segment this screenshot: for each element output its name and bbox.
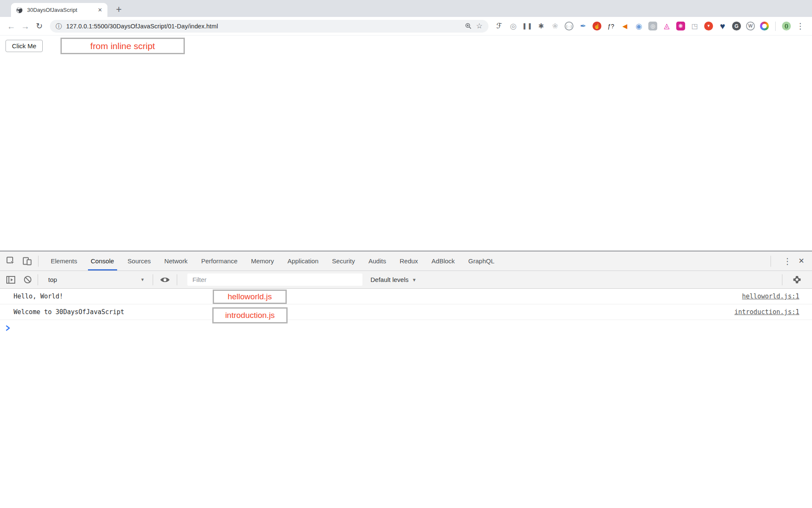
graphql-pink-icon[interactable]: ◬ xyxy=(662,22,671,30)
devtools-close-icon[interactable]: ✕ xyxy=(798,257,804,265)
browser-toolbar: ← → ↻ ⓘ 127.0.0.1:5500/30DaysOfJavaScrip… xyxy=(0,17,812,36)
settings-gear-icon[interactable] xyxy=(792,275,802,284)
rainbow-ring-icon[interactable] xyxy=(760,22,769,30)
console-message-row: Welcome to 30DaysOfJavaScriptintroductio… xyxy=(0,304,812,320)
url-text[interactable]: 127.0.0.1:5500/30DaysOfJavaScript/01-Day… xyxy=(66,23,461,30)
annotation-introduction: introduction.js xyxy=(212,307,288,323)
script-f-icon[interactable]: ℱ xyxy=(495,22,504,30)
annotation-inline-script: from inline script xyxy=(60,38,185,54)
megaphone-icon[interactable]: ◀ xyxy=(620,22,629,30)
context-label: top xyxy=(48,276,57,283)
reload-button[interactable]: ↻ xyxy=(32,22,46,30)
devtools-tab-performance[interactable]: Performance xyxy=(195,251,244,271)
devtools-tab-network[interactable]: Network xyxy=(158,251,195,271)
annotation-helloworld: helloworld.js xyxy=(213,290,287,304)
camera-icon[interactable]: ◎ xyxy=(648,22,657,30)
blocker-hand-icon[interactable]: ☝ xyxy=(593,22,601,30)
target-icon[interactable]: ◎ xyxy=(509,22,518,30)
letter-w-icon[interactable]: W xyxy=(746,22,755,30)
heart-search-icon[interactable]: ♥ xyxy=(718,22,727,30)
devtools-tab-adblock[interactable]: AdBlock xyxy=(425,251,461,271)
devtools-tabs: ElementsConsoleSourcesNetworkPerformance… xyxy=(44,251,501,271)
live-expression-eye-icon[interactable] xyxy=(159,276,170,283)
new-tab-button[interactable]: + xyxy=(112,3,125,16)
devtools-tab-audits[interactable]: Audits xyxy=(362,251,393,271)
context-selector[interactable]: top ▼ xyxy=(45,276,147,283)
console-message-text: Hello, World! xyxy=(14,293,63,300)
code-braces-icon[interactable]: {…} xyxy=(565,22,573,30)
bug-icon[interactable]: ✱ xyxy=(537,22,546,30)
clear-console-icon[interactable] xyxy=(23,275,32,284)
log-levels-label: Default levels xyxy=(370,276,409,283)
devtools-tab-console[interactable]: Console xyxy=(84,251,121,271)
chrome-menu-icon[interactable]: ⋮ xyxy=(796,21,804,31)
toolbar-separator xyxy=(775,22,776,31)
devtools-tab-application[interactable]: Application xyxy=(281,251,325,271)
letter-g-icon[interactable]: G xyxy=(732,22,741,30)
click-me-button[interactable]: Click Me xyxy=(5,40,43,52)
tabbar-separator xyxy=(38,256,38,267)
swirl-icon[interactable]: ◉ xyxy=(634,22,643,30)
columns-icon[interactable]: ▌▐ xyxy=(523,22,532,30)
chevron-down-icon: ▼ xyxy=(412,277,417,282)
function-question-icon[interactable]: ƒ? xyxy=(606,22,615,30)
console-source-link[interactable]: helloworld.js:1 xyxy=(742,293,799,300)
console-sidebar-toggle-icon[interactable] xyxy=(6,276,16,284)
devtools-menu-icon[interactable]: ⋮ xyxy=(783,256,792,266)
back-button[interactable]: ← xyxy=(4,22,18,30)
devtools-tabbar-right: ⋮ ✕ xyxy=(765,256,812,267)
flower-icon[interactable]: ❀ xyxy=(551,22,560,30)
json-braces-icon[interactable]: {} xyxy=(782,22,791,30)
devtools-tab-security[interactable]: Security xyxy=(325,251,362,271)
devtools-panel: ElementsConsoleSourcesNetworkPerformance… xyxy=(0,251,812,508)
pipes-icon[interactable]: ◳ xyxy=(690,22,699,30)
tab-strip: 30DaysOfJavaScript ✕ + xyxy=(0,0,812,17)
inspect-element-icon[interactable] xyxy=(6,256,16,266)
bookmark-star-icon[interactable]: ☆ xyxy=(476,22,483,30)
filter-input[interactable] xyxy=(187,273,362,286)
tab-title: 30DaysOfJavaScript xyxy=(27,7,93,13)
bookmark-red-icon[interactable]: ▼ xyxy=(704,22,713,30)
extensions-bar: ℱ◎▌▐✱❀{…}✒☝ƒ?◀◉◎◬❋◳▼♥GW xyxy=(495,22,769,30)
console-source-link[interactable]: introduction.js:1 xyxy=(734,308,799,316)
site-info-icon[interactable]: ⓘ xyxy=(56,23,62,29)
zoom-magnifier-icon[interactable] xyxy=(465,22,472,30)
console-prompt-row[interactable] xyxy=(0,320,812,336)
log-levels-dropdown[interactable]: Default levels ▼ xyxy=(370,276,417,283)
browser-window: 30DaysOfJavaScript ✕ + ← → ↻ ⓘ 127.0.0.1… xyxy=(0,0,812,508)
tab-close-icon[interactable]: ✕ xyxy=(98,7,102,13)
forward-button[interactable]: → xyxy=(18,22,32,30)
console-message-row: Hello, World!helloworld.js:1 xyxy=(0,289,812,304)
devtools-tab-graphql[interactable]: GraphQL xyxy=(461,251,501,271)
gear-square-icon[interactable]: ❋ xyxy=(676,22,685,30)
devtools-tab-memory[interactable]: Memory xyxy=(244,251,281,271)
console-output: Hello, World!helloworld.js:1Welcome to 3… xyxy=(0,289,812,508)
console-message-text: Welcome to 30DaysOfJavaScript xyxy=(14,308,124,316)
eyedropper-icon[interactable]: ✒ xyxy=(579,22,587,30)
devtools-tab-redux[interactable]: Redux xyxy=(393,251,425,271)
console-prompt-chevron-icon xyxy=(5,325,11,331)
devtools-tab-sources[interactable]: Sources xyxy=(121,251,158,271)
console-toolbar: top ▼ Default levels ▼ xyxy=(0,271,812,289)
browser-tab[interactable]: 30DaysOfJavaScript ✕ xyxy=(11,3,107,17)
globe-favicon-icon xyxy=(16,7,23,14)
devtools-tab-elements[interactable]: Elements xyxy=(44,251,84,271)
address-bar[interactable]: ⓘ 127.0.0.1:5500/30DaysOfJavaScript/01-D… xyxy=(50,20,488,33)
devtools-tabbar: ElementsConsoleSourcesNetworkPerformance… xyxy=(0,251,812,271)
chevron-down-icon: ▼ xyxy=(140,277,145,282)
device-toolbar-icon[interactable] xyxy=(22,257,33,266)
